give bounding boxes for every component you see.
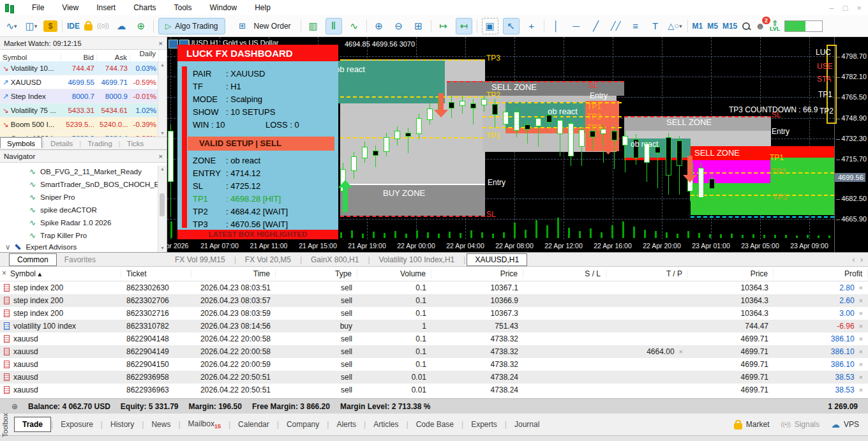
trade-col-header[interactable]: Ticket [121,269,191,278]
zoom-out-icon[interactable]: ⊖ [391,19,407,34]
bar-chart-icon[interactable]: ▥ [306,19,321,34]
close-position-icon[interactable]: × [859,310,863,317]
market-watch-close-icon[interactable]: × [158,40,163,47]
chart-tab[interactable]: FX Vol 20,M5 [237,254,299,265]
close-position-icon[interactable]: × [859,284,863,292]
candlestick-icon[interactable]: Ⅱ [326,18,342,34]
mw-tab-symbols[interactable]: Symbols [0,137,42,148]
menu-tools[interactable]: Tools [167,1,200,14]
screenshot-camera-icon[interactable]: ▣ [482,18,498,34]
dollar-icon[interactable]: $ [43,20,57,32]
marketplace-bag-icon[interactable] [84,24,93,31]
trade-col-header[interactable]: T / P [606,269,688,278]
minimize-icon[interactable]: – [829,3,834,13]
search-icon[interactable] [742,22,751,31]
trade-col-header[interactable]: Symbol ▴ [0,269,121,278]
cloud-icon[interactable]: ☁ [114,19,129,34]
timeframe-m1-button[interactable]: M1 [692,22,703,31]
trade-col-header[interactable]: S / L [523,269,606,278]
chart-tab[interactable]: GainX 800,H1 [303,254,366,265]
bottom-tab-experts[interactable]: Experts [463,417,505,431]
market-watch-row[interactable]: ↗ Step Index8000.78000.9-0.01% [0,89,158,103]
close-position-icon[interactable]: × [859,348,863,355]
bottom-tab-code-base[interactable]: Code Base [408,417,461,431]
chart-tab[interactable]: Volatility 100 Index,H1 [371,254,463,265]
zoom-in-icon[interactable]: ⊕ [371,19,387,34]
trade-table-row[interactable]: step index 20086233027062026.04.23 08:03… [0,294,868,307]
trade-table-row[interactable]: xauusd86229369582026.04.22 20:50:51sell0… [0,371,868,384]
new-order-button[interactable]: ⊞New Order [230,19,296,34]
bottom-tab-news[interactable]: News [144,417,178,431]
trade-table-row[interactable]: xauusd86229041492026.04.22 20:00:58sell0… [0,345,868,358]
navigator-item[interactable]: ∿OB_FVG_2_11_Market_Ready [0,165,158,178]
menu-charts[interactable]: Charts [126,1,163,14]
navigator-item[interactable]: ∿Sniper Pro [0,191,158,204]
maximize-icon[interactable]: □ [843,3,848,13]
price-axis[interactable]: 4798.704782.104765.504748.904732.304715.… [834,37,868,252]
trade-col-header[interactable]: Price [431,269,523,278]
market-watch-row[interactable]: ↘ Volatility 10...744.47744.730.03% [0,61,158,75]
bottom-tab-journal[interactable]: Journal [507,417,547,431]
tabs-scroll-left-icon[interactable]: ‹ [852,255,855,264]
bottom-tab-history[interactable]: History [103,417,142,431]
time-axis[interactable]: 21 Apr 202621 Apr 07:0021 Apr 11:0021 Ap… [167,239,834,252]
trade-col-header[interactable]: Type [276,269,357,278]
shapes-icon[interactable]: △○▾ [668,19,683,34]
community-icon[interactable]: ⊕ [133,19,149,34]
tabs-scroll-right-icon[interactable]: › [860,255,863,264]
profile-icon[interactable]: ☻2 [755,20,765,31]
bottom-tab-articles[interactable]: Articles [366,417,406,431]
navigator-item-expert-advisors[interactable]: ∨ Expert Advisors [0,241,158,252]
bottom-tab-company[interactable]: Company [279,417,327,431]
navigator-tab-favorites[interactable]: Favorites [57,254,103,265]
close-position-icon[interactable]: × [859,373,863,381]
signals-button[interactable]: ((•))Signals [781,420,819,429]
market-watch-row[interactable]: ↗ XAUUSD4699.554699.71-0.59% [0,75,158,89]
trade-table-row[interactable]: step index 20086233027162026.04.23 08:03… [0,307,868,320]
chart-tab[interactable]: FX Vol 99,M15 [167,254,233,265]
navigator-close-icon[interactable]: × [158,153,163,160]
lvl-icon[interactable]: ⇧LVL [770,20,780,31]
close-position-icon[interactable]: × [859,335,863,343]
menu-insert[interactable]: Insert [89,1,123,14]
close-position-icon[interactable]: × [859,386,863,394]
auto-scroll-icon[interactable]: ↤ [456,18,472,34]
mw-tab-details[interactable]: Details [44,139,79,148]
equidistant-lines-icon[interactable]: ≡ [628,19,643,34]
horizontal-line-icon[interactable]: ─ [569,19,584,34]
navigator-tab-common[interactable]: Common [9,253,57,266]
trade-table-row[interactable]: volatility 100 index86233107822026.04.23… [0,320,868,333]
chart-style-icon[interactable]: ◫▾ [24,19,39,34]
line-chart-icon[interactable]: ∿ [347,19,362,34]
navigator-item[interactable]: ∿spike decACTOR [0,204,158,216]
trade-table-row[interactable]: xauusd86229369632026.04.22 20:50:51sell0… [0,384,868,396]
trade-col-header[interactable]: Time [191,269,276,278]
trade-table-row[interactable]: xauusd86229041482026.04.22 20:00:58sell0… [0,333,868,345]
bottom-tab-trade[interactable]: Trade [14,417,51,432]
chart-area[interactable]: ob reactTP3TP2TP1SELL ZONESLEntryob reac… [167,37,868,252]
menu-view[interactable]: View [54,1,86,14]
vps-button[interactable]: ☁VPS [831,419,859,430]
menu-window[interactable]: Window [202,1,245,14]
close-icon[interactable]: × [857,3,862,13]
mw-tab-trading[interactable]: Trading [81,139,119,148]
trade-col-header[interactable]: Volume [357,269,431,278]
close-position-icon[interactable]: × [859,297,863,304]
menu-file[interactable]: File [24,1,52,14]
navigator-item[interactable]: ∿Trap Killer Pro [0,229,158,242]
text-tool-icon[interactable]: T [648,19,663,34]
signals-icon[interactable]: ((o)) [97,22,109,29]
algo-trading-button[interactable]: ▷Algo Trading [158,18,225,34]
bottom-tab-mailbox[interactable]: Mailbox15 [181,417,228,432]
menu-help[interactable]: Help [247,1,278,14]
trendline-icon[interactable]: ╱ [588,19,604,34]
trade-table-row[interactable]: xauusd86229041502026.04.22 20:00:59sell0… [0,358,868,371]
bottom-tab-calendar[interactable]: Calendar [230,417,277,431]
trade-table-row[interactable]: step index 20086233026302026.04.23 08:03… [0,281,868,294]
market-watch-row[interactable]: ↘ Volatility 75 ...5433.315434.611.02% [0,103,158,117]
timeframe-m5-button[interactable]: M5 [707,22,718,31]
bottom-tab-exposure[interactable]: Exposure [53,417,101,431]
channel-icon[interactable]: ╱╱ [608,19,624,34]
toolbox-close-icon[interactable]: × [2,269,6,278]
cursor-icon[interactable]: ↖ [503,18,520,34]
